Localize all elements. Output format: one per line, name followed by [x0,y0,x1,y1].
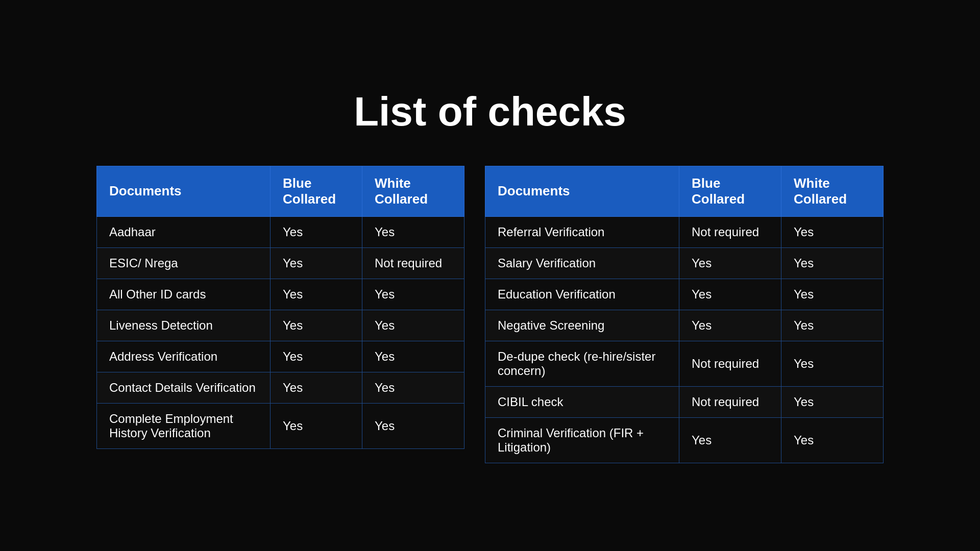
document-cell: CIBIL check [485,386,679,417]
document-cell: All Other ID cards [97,279,271,310]
right-header-blue-collared: Blue Collared [679,166,781,216]
table-row: Complete Employment History Verification… [97,403,464,448]
document-cell: Criminal Verification (FIR + Litigation) [485,417,679,463]
document-cell: Complete Employment History Verification [97,403,271,448]
blue-cell: Yes [679,247,781,279]
blue-cell: Not required [679,341,781,386]
white-cell: Yes [362,310,464,341]
table-row: CIBIL check Not required Yes [485,386,884,417]
white-cell: Yes [781,386,884,417]
document-cell: Referral Verification [485,216,679,247]
white-cell: Yes [362,216,464,247]
blue-cell: Yes [271,403,362,448]
document-cell: ESIC/ Nrega [97,247,271,279]
table-row: Criminal Verification (FIR + Litigation)… [485,417,884,463]
blue-cell: Yes [271,279,362,310]
blue-cell: Not required [679,216,781,247]
page-title: List of checks [354,88,626,135]
blue-cell: Yes [679,310,781,341]
left-header-white-collared: White Collared [362,166,464,216]
left-table: Documents Blue Collared White Collared A… [96,166,464,449]
blue-cell: Yes [271,310,362,341]
white-cell: Yes [781,279,884,310]
white-cell: Yes [781,247,884,279]
table-row: De-dupe check (re-hire/sister concern) N… [485,341,884,386]
document-cell: Education Verification [485,279,679,310]
document-cell: Salary Verification [485,247,679,279]
blue-cell: Not required [679,386,781,417]
right-header-white-collared: White Collared [781,166,884,216]
white-cell: Yes [781,310,884,341]
document-cell: Address Verification [97,341,271,372]
blue-cell: Yes [271,372,362,403]
white-cell: Yes [781,341,884,386]
right-table: Documents Blue Collared White Collared R… [485,166,884,463]
table-row: Education Verification Yes Yes [485,279,884,310]
blue-cell: Yes [271,216,362,247]
left-header-blue-collared: Blue Collared [271,166,362,216]
table-row: Liveness Detection Yes Yes [97,310,464,341]
white-cell: Yes [781,417,884,463]
table-row: Address Verification Yes Yes [97,341,464,372]
document-cell: Contact Details Verification [97,372,271,403]
tables-container: Documents Blue Collared White Collared A… [96,166,884,463]
document-cell: De-dupe check (re-hire/sister concern) [485,341,679,386]
document-cell: Aadhaar [97,216,271,247]
table-row: Salary Verification Yes Yes [485,247,884,279]
white-cell: Yes [362,279,464,310]
white-cell: Yes [362,341,464,372]
blue-cell: Yes [271,247,362,279]
left-header-documents: Documents [97,166,271,216]
table-row: Contact Details Verification Yes Yes [97,372,464,403]
table-row: Referral Verification Not required Yes [485,216,884,247]
blue-cell: Yes [271,341,362,372]
white-cell: Yes [362,372,464,403]
white-cell: Yes [362,403,464,448]
document-cell: Negative Screening [485,310,679,341]
document-cell: Liveness Detection [97,310,271,341]
table-row: ESIC/ Nrega Yes Not required [97,247,464,279]
blue-cell: Yes [679,279,781,310]
table-row: Aadhaar Yes Yes [97,216,464,247]
blue-cell: Yes [679,417,781,463]
white-cell: Yes [781,216,884,247]
right-header-documents: Documents [485,166,679,216]
table-row: All Other ID cards Yes Yes [97,279,464,310]
table-row: Negative Screening Yes Yes [485,310,884,341]
white-cell: Not required [362,247,464,279]
